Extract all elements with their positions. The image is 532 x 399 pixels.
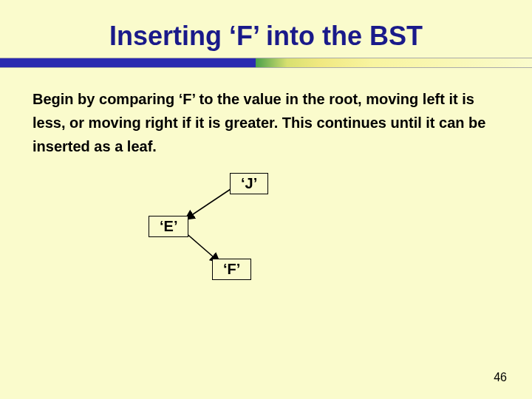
slide-title: Inserting ‘F’ into the BST <box>0 0 532 58</box>
edge-j-to-e <box>186 189 231 219</box>
title-divider <box>0 58 532 68</box>
tree-node-e: ‘E’ <box>149 216 188 237</box>
edge-e-to-f <box>185 232 219 262</box>
slide-body-text: Begin by comparing ‘F’ to the value in t… <box>0 68 532 158</box>
page-number: 46 <box>494 371 507 384</box>
bst-diagram: ‘J’ ‘E’ ‘F’ <box>0 158 532 321</box>
tree-node-j: ‘J’ <box>230 173 268 194</box>
tree-node-f: ‘F’ <box>212 259 251 280</box>
